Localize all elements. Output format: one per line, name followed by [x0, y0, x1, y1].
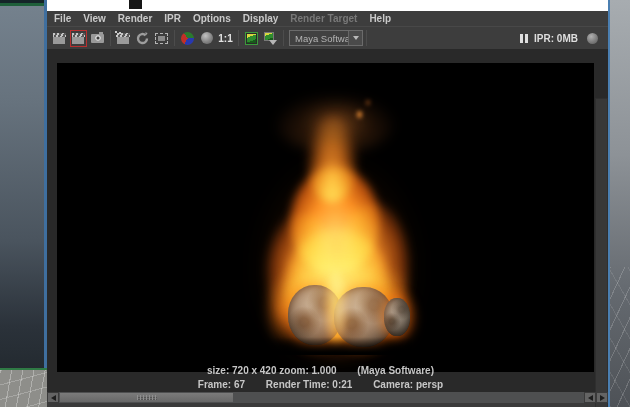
menu-display[interactable]: Display [237, 11, 285, 26]
fire-spark [366, 100, 370, 105]
render-icon [53, 33, 66, 44]
camera-label: Camera: persp [373, 379, 443, 390]
one-to-one-label: 1:1 [218, 33, 232, 44]
renderer-dropdown[interactable]: Maya Software [289, 30, 363, 46]
ipr-memory-label: IPR: 0MB [534, 33, 578, 44]
size-zoom-label: size: 720 x 420 zoom: 1.000 [207, 365, 337, 376]
alpha-channel-icon [201, 32, 213, 44]
window-icon[interactable] [129, 0, 142, 9]
refresh-ipr-button[interactable] [134, 30, 151, 47]
fire-spark [357, 111, 362, 118]
menubar: File View Render IPR Options Display Ren… [47, 11, 608, 26]
background-viewport-right [608, 0, 630, 407]
rgb-channels-button[interactable] [179, 30, 196, 47]
rgb-channels-icon [181, 32, 194, 45]
scroll-left-button[interactable] [47, 392, 59, 403]
refresh-ipr-icon [135, 31, 150, 46]
remove-image-icon [264, 32, 277, 45]
keep-image-icon [245, 32, 258, 45]
background-viewport-left [0, 0, 47, 370]
snapshot-button[interactable] [89, 30, 106, 47]
render-view-content: size: 720 x 420 zoom: 1.000 (Maya Softwa… [47, 49, 608, 392]
arrow-left-icon [51, 395, 56, 401]
vertical-scrollbar-thumb[interactable] [596, 99, 607, 407]
menu-ipr[interactable]: IPR [158, 11, 187, 26]
render-time-label: Render Time: 0:21 [266, 379, 353, 390]
renderer-dropdown-value: Maya Software [290, 33, 348, 44]
menu-render[interactable]: Render [112, 11, 158, 26]
one-to-one-button[interactable]: 1:1 [217, 30, 234, 47]
frame-label: Frame: 67 [198, 379, 245, 390]
fire-bottom-fade [262, 337, 412, 355]
screen: File View Render IPR Options Display Ren… [0, 0, 630, 407]
ipr-render-icon [117, 33, 130, 44]
menu-file[interactable]: File [48, 11, 77, 26]
vertical-scrollbar[interactable] [595, 98, 608, 407]
rendered-image-area[interactable] [57, 63, 594, 372]
arrow-right-icon [600, 395, 605, 401]
toolbar-separator [283, 30, 284, 46]
horizontal-scrollbar-thumb[interactable] [60, 393, 233, 402]
snapshot-icon [91, 34, 104, 43]
horizontal-scrollbar[interactable] [47, 392, 608, 403]
scroll-right-button[interactable] [596, 392, 608, 403]
toolbar-separator [238, 30, 239, 46]
horizontal-scrollbar-track[interactable] [59, 392, 584, 403]
menu-help[interactable]: Help [363, 11, 397, 26]
scroll-left-button-right-end[interactable] [584, 392, 596, 403]
ipr-render-button[interactable] [115, 30, 132, 47]
pause-ipr-icon[interactable] [520, 34, 528, 43]
status-line-size: size: 720 x 420 zoom: 1.000 (Maya Softwa… [47, 365, 594, 376]
toolbar: 1:1 Maya Software IPR: 0MB [47, 26, 608, 49]
ipr-region-render-button[interactable] [153, 30, 170, 47]
background-viewport-left-grid [0, 368, 47, 407]
redo-previous-render-button[interactable] [70, 30, 87, 47]
menu-view[interactable]: View [77, 11, 112, 26]
fire-seam-flame [324, 271, 348, 347]
arrow-left-icon [588, 395, 593, 401]
status-line-frame: Frame: 67 Render Time: 0:21 Camera: pers… [47, 379, 594, 390]
menu-options[interactable]: Options [187, 11, 237, 26]
menu-render-target: Render Target [284, 11, 363, 26]
keep-image-button[interactable] [243, 30, 260, 47]
ipr-region-render-icon [155, 33, 168, 44]
chevron-down-icon [353, 36, 359, 40]
remove-image-button[interactable] [262, 30, 279, 47]
toolbar-separator [366, 30, 367, 46]
renderer-label: (Maya Software) [357, 365, 434, 376]
toolbar-separator [110, 30, 111, 46]
window-titlebar [47, 0, 608, 11]
alpha-channel-button[interactable] [198, 30, 215, 47]
toolbar-separator [174, 30, 175, 46]
render-button[interactable] [51, 30, 68, 47]
render-view-window: File View Render IPR Options Display Ren… [47, 0, 608, 407]
redo-previous-render-icon [72, 33, 85, 44]
render-progress-sphere-icon [587, 33, 598, 44]
renderer-dropdown-button[interactable] [348, 31, 362, 45]
rendered-fire-image [262, 95, 412, 355]
